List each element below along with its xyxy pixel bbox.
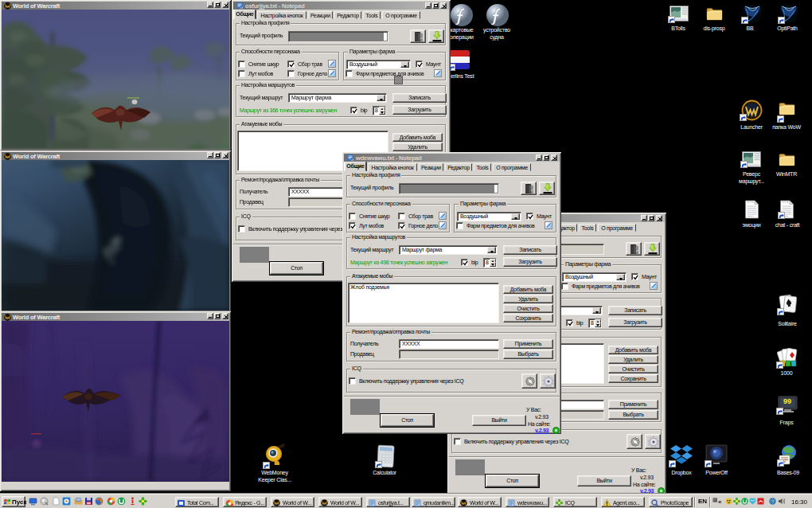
svg-text:99: 99 — [783, 397, 791, 405]
